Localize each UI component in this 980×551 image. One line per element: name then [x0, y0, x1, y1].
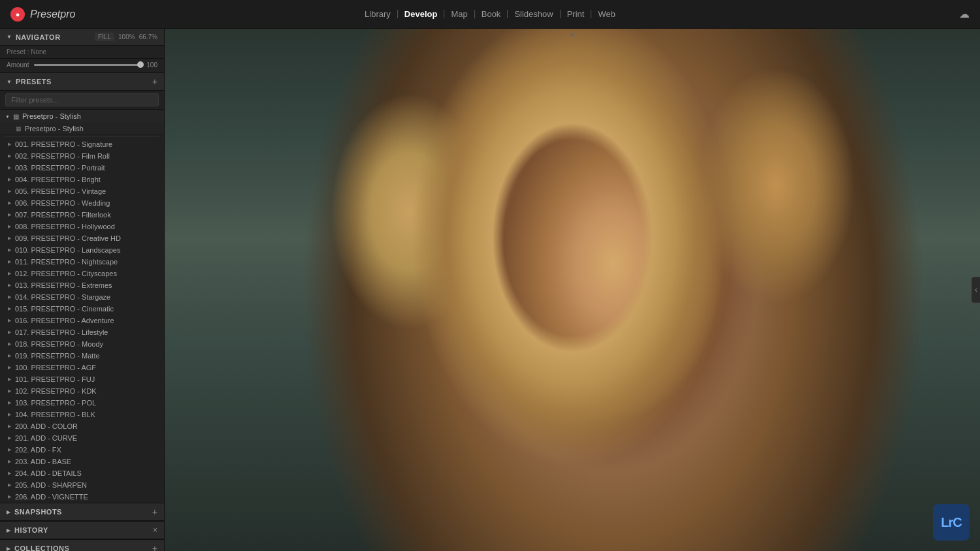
preset-list-item[interactable]: ▶103. PRESETPRO - POL [0, 397, 164, 409]
collections-header[interactable]: ▶ Collections + [0, 540, 164, 551]
preset-folder-stylish: ▼ ▦ Presetpro - Stylish ▦ Presetpro - St… [0, 110, 164, 135]
preset-item-arrow: ▶ [8, 365, 11, 370]
snapshots-header[interactable]: ▶ Snapshots + [0, 503, 164, 521]
preset-list-item[interactable]: ▶100. PRESETPRO - AGF [0, 362, 164, 373]
preset-list-item[interactable]: ▶006. PRESETPRO - Wedding [0, 197, 164, 209]
preset-item-arrow: ▶ [8, 142, 11, 147]
preset-item-arrow: ▶ [8, 283, 11, 288]
preset-list-item[interactable]: ▶202. ADD - FX [0, 444, 164, 456]
preset-list-item[interactable]: ▶009. PRESETPRO - Creative HD [0, 232, 164, 244]
preset-list-item[interactable]: ▶010. PRESETPRO - Landscapes [0, 244, 164, 256]
preset-item-name: 002. PRESETPRO - Film Roll [15, 152, 110, 160]
preset-list-item[interactable]: ▶015. PRESETPRO - Cinematic [0, 303, 164, 315]
navigator-section-header[interactable]: ▼ Navigator FILL 100% 66.7% [0, 29, 164, 46]
preset-list-item[interactable]: ▶012. PRESETPRO - Cityscapes [0, 268, 164, 279]
preset-list-item[interactable]: ▶204. ADD - DETAILS [0, 467, 164, 479]
history-title: History [14, 526, 48, 534]
preset-list-item[interactable]: ▶003. PRESETPRO - Portrait [0, 162, 164, 174]
preset-item-name: 102. PRESETPRO - KDK [15, 387, 97, 395]
logo-icon: ● [10, 7, 25, 22]
preset-item-name: 012. PRESETPRO - Cityscapes [15, 270, 117, 277]
preset-item-name: 006. PRESETPRO - Wedding [15, 199, 110, 207]
search-input[interactable] [5, 93, 159, 106]
preset-item-arrow: ▶ [8, 447, 11, 452]
folder-stylish-icon: ▦ [13, 113, 19, 120]
presets-title: Presets [16, 78, 52, 86]
history-header-left: ▶ History [7, 526, 48, 534]
preset-folder-stylish-header[interactable]: ▼ ▦ Presetpro - Stylish [0, 110, 164, 123]
preset-item-name: 003. PRESETPRO - Portrait [15, 164, 105, 172]
navigator-fill[interactable]: FILL [95, 33, 114, 41]
collections-triangle: ▶ [7, 546, 10, 552]
presets-section-header[interactable]: ▼ Presets + [0, 73, 164, 91]
preset-list-item[interactable]: ▶205. ADD - SHARPEN [0, 479, 164, 491]
presets-add-button[interactable]: + [152, 77, 157, 86]
preset-list-item[interactable]: ▶018. PRESETPRO - Moody [0, 338, 164, 350]
logo-text: Presetpro [30, 8, 75, 20]
preset-list-item[interactable]: ▶016. PRESETPRO - Adventure [0, 315, 164, 326]
preset-sub-stylish[interactable]: ▦ Presetpro - Stylish [0, 123, 164, 134]
preset-list-item[interactable]: ▶102. PRESETPRO - KDK [0, 385, 164, 397]
amount-value: 100 [146, 61, 157, 69]
preset-info: Preset : None [0, 46, 164, 59]
preset-list-item[interactable]: ▶011. PRESETPRO - Nightscape [0, 256, 164, 268]
preset-list-item[interactable]: ▶008. PRESETPRO - Hollywood [0, 221, 164, 232]
folder-stylish-triangle: ▼ [5, 114, 10, 119]
preset-item-arrow: ▶ [8, 482, 11, 488]
nav-map[interactable]: Map [444, 10, 474, 18]
preset-item-arrow: ▶ [8, 189, 11, 194]
preset-item-name: 201. ADD - CURVE [15, 434, 77, 442]
preset-item-name: 202. ADD - FX [15, 446, 61, 454]
preset-item-name: 104. PRESETPRO - BLK [15, 411, 95, 418]
nav-tabs: Library Develop Map Book Slideshow Print… [358, 10, 622, 18]
preset-list-item[interactable]: ▶201. ADD - CURVE [0, 432, 164, 444]
preset-item-arrow: ▶ [8, 224, 11, 229]
cloud-icon[interactable]: ☁ [959, 8, 970, 20]
navigator-zoom100[interactable]: 100% [118, 33, 135, 40]
nav-book[interactable]: Book [475, 10, 508, 18]
preset-item-name: 014. PRESETPRO - Stargaze [15, 293, 110, 301]
preset-list-item[interactable]: ▶001. PRESETPRO - Signature [0, 138, 164, 150]
hair-overlay [165, 29, 980, 551]
preset-item-name: 200. ADD - COLOR [15, 422, 78, 430]
snapshots-title: Snapshots [14, 508, 62, 516]
topbar: ● Presetpro Library Develop Map Book Sli… [0, 0, 980, 29]
navigator-header-left: ▼ Navigator [7, 33, 61, 41]
preset-list-item[interactable]: ▶005. PRESETPRO - Vintage [0, 185, 164, 197]
preset-item-arrow: ▶ [8, 318, 11, 323]
history-close-button[interactable]: × [153, 526, 157, 535]
nav-web[interactable]: Web [591, 10, 622, 18]
preset-list-item[interactable]: ▶104. PRESETPRO - BLK [0, 409, 164, 420]
preset-list-item[interactable]: ▶017. PRESETPRO - Lifestyle [0, 326, 164, 338]
collections-add-button[interactable]: + [152, 544, 157, 551]
preset-list-item[interactable]: ▶200. ADD - COLOR [0, 420, 164, 432]
snapshots-add-button[interactable]: + [152, 507, 157, 516]
preset-list-item[interactable]: ▶206. ADD - VIGNETTE [0, 491, 164, 503]
amount-row: Amount 100 [0, 59, 164, 73]
nav-print[interactable]: Print [561, 10, 592, 18]
preset-item-arrow: ▶ [8, 177, 11, 182]
preset-item-name: 205. ADD - SHARPEN [15, 481, 87, 489]
nav-slideshow[interactable]: Slideshow [508, 10, 560, 18]
preset-list-item[interactable]: ▶013. PRESETPRO - Extremes [0, 279, 164, 291]
preset-list-item[interactable]: ▶004. PRESETPRO - Bright [0, 174, 164, 185]
preset-item-name: 100. PRESETPRO - AGF [15, 364, 96, 371]
top-collapse-button[interactable]: ▲ [569, 30, 576, 37]
preset-item-arrow: ▶ [8, 424, 11, 429]
preset-list-item[interactable]: ▶019. PRESETPRO - Matte [0, 350, 164, 362]
preset-divider-1 [5, 136, 159, 137]
preset-list-item[interactable]: ▶002. PRESETPRO - Film Roll [0, 150, 164, 162]
nav-library[interactable]: Library [358, 10, 398, 18]
preset-list-item[interactable]: ▶203. ADD - BASE [0, 456, 164, 467]
amount-slider[interactable] [34, 64, 141, 66]
navigator-zoom-fit[interactable]: 66.7% [139, 33, 157, 40]
right-panel-collapse-button[interactable]: ‹ [972, 277, 980, 303]
history-header[interactable]: ▶ History × [0, 522, 164, 539]
main-image [165, 29, 980, 551]
preset-list-item[interactable]: ▶101. PRESETPRO - FUJ [0, 373, 164, 385]
nav-develop[interactable]: Develop [398, 10, 445, 18]
preset-item-name: 001. PRESETPRO - Signature [15, 140, 112, 148]
preset-list: ▶001. PRESETPRO - Signature▶002. PRESETP… [0, 138, 164, 503]
preset-list-item[interactable]: ▶014. PRESETPRO - Stargaze [0, 291, 164, 303]
preset-list-item[interactable]: ▶007. PRESETPRO - Filterlook [0, 209, 164, 221]
